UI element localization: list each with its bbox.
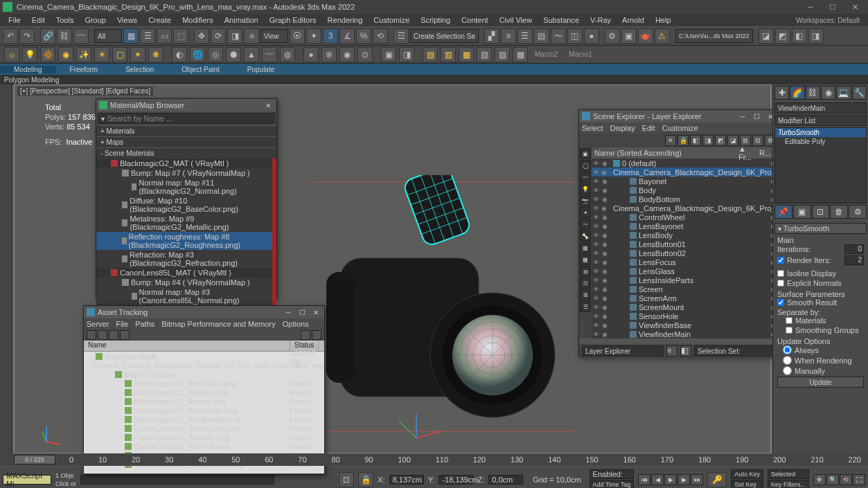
prev-frame-button[interactable]: ◀ (651, 474, 664, 485)
at-tool-refresh[interactable] (301, 330, 310, 340)
menu-arnold[interactable]: Arnold (617, 16, 650, 24)
render-iters-checkbox[interactable] (777, 257, 784, 264)
se-filter-d[interactable]: ⊡ (580, 278, 591, 289)
pivot-button[interactable]: ⦿ (290, 28, 305, 44)
se-filter-b[interactable]: ▩ (580, 254, 591, 265)
se-filter-cam[interactable]: 📷 (580, 195, 591, 206)
modifier-turbosmooth[interactable]: TurboSmooth (775, 128, 866, 137)
light-sky-button[interactable]: ✨ (76, 47, 91, 62)
modify-tab[interactable]: 🌈 (790, 86, 804, 100)
scene-tree-row[interactable]: 👁◉Cinema_Camera_Blackmagic_Design_6K_Pro… (592, 168, 779, 177)
light-extra1-button[interactable]: ✴ (130, 47, 145, 62)
light-sun-button[interactable]: ☀ (94, 47, 109, 62)
scene-tree-row[interactable]: 👁◉Body◉ (592, 186, 779, 195)
asset-row[interactable]: BlackmagicG2_Refraction.pngFound (84, 406, 324, 415)
prompt-field[interactable] (80, 475, 274, 485)
axis-gizmo[interactable] (42, 425, 63, 446)
explicit-checkbox[interactable] (777, 280, 784, 287)
move-button[interactable]: ✥ (194, 28, 209, 44)
render-button[interactable]: 🫖 (638, 28, 653, 44)
se-menu-edit[interactable]: Edit (642, 124, 655, 132)
scene-tree-row[interactable]: 👁◉LensGlass◉ (592, 266, 779, 275)
workspaces-dropdown[interactable]: Workspaces: Default (790, 17, 865, 24)
scene-tree-row[interactable]: 👁◉Bayonet◉ (592, 177, 779, 186)
at-tool-a[interactable] (87, 330, 96, 340)
update-rendering-radio[interactable] (783, 356, 792, 365)
key-mode-button[interactable]: 🔑 (707, 472, 727, 487)
asset-row[interactable]: CanonLens85L_Metallic.pngFound (84, 433, 324, 442)
at-tool-help[interactable] (312, 330, 321, 340)
se-filter-bone[interactable]: 🦴 (580, 231, 591, 242)
layer-explorer-dropdown[interactable]: Layer Explorer (582, 345, 664, 356)
tab-modeling[interactable]: Modeling (0, 66, 56, 73)
material-tree[interactable]: BlackmagicG2_MAT ( VRayMtl )Bump: Map #7… (96, 159, 276, 318)
scene-tree-row[interactable]: 👁◉ControlWheel◉ (592, 213, 779, 222)
goto-start-button[interactable]: ⏮ (638, 474, 650, 485)
scene-tree-row[interactable]: 👁◉ViewfinderMain◉ (592, 329, 779, 338)
stack-unique-button[interactable]: ⊡ (812, 205, 830, 219)
material-tree-item[interactable]: Normal map: Map #11 (BlackmagicG2_Normal… (96, 178, 276, 196)
stack-show-button[interactable]: ▣ (793, 205, 811, 219)
cam-b-button[interactable]: ◨ (399, 47, 414, 62)
create-tab[interactable]: ✚ (774, 86, 789, 100)
hierarchy-tab[interactable]: ⛓ (806, 86, 820, 100)
geom-d-button[interactable]: ⬢ (226, 47, 241, 62)
update-always-radio[interactable] (783, 345, 792, 354)
se-filter-shape[interactable]: 〰 (580, 172, 591, 183)
panel-max-button[interactable]: ☐ (751, 111, 762, 121)
menu-tools[interactable]: Tools (51, 16, 80, 24)
close-button[interactable]: ✕ (844, 1, 865, 13)
se-menu-select[interactable]: Select (582, 124, 603, 132)
autokey-button[interactable]: Auto Key (731, 469, 763, 479)
material-tree-item[interactable]: Refraction: Map #3 (BlackmagicG2_Refract… (96, 250, 276, 268)
helper-a-button[interactable]: ● (303, 47, 319, 62)
asset-row[interactable]: Autodesk VaultLogged Out ... (84, 352, 324, 361)
minimize-button[interactable]: ─ (800, 1, 821, 13)
at-menu-options[interactable]: Options (283, 320, 309, 328)
scene-tree-row[interactable]: 👁◉LensBody◉ (592, 231, 779, 240)
sep-materials-checkbox[interactable] (786, 317, 792, 324)
maximize-button[interactable]: ☐ (822, 1, 843, 13)
col-name[interactable]: Name (84, 341, 290, 351)
asset-row[interactable]: BlackmagicG2_Roughness.pngFound (84, 415, 324, 424)
iterations-spinner[interactable]: 0 (844, 244, 864, 254)
vray-f-button[interactable]: ▩ (513, 47, 528, 62)
scene-tree-row[interactable]: 👁◉LensInsideParts◉ (592, 275, 779, 284)
se-filter-geom[interactable]: ◯ (580, 160, 591, 171)
update-manually-radio[interactable] (783, 366, 792, 375)
se-filter-f[interactable]: ☰ (580, 301, 591, 312)
render-setup-button[interactable]: ⚙ (605, 28, 620, 44)
se-filter-c[interactable]: ◍ (580, 266, 591, 277)
scene-tree-row[interactable]: 👁◉Cinema_Camera_Blackmagic_Design_6K_Pro… (592, 204, 779, 213)
select-object-button[interactable]: ▦ (123, 28, 139, 44)
menu-customize[interactable]: Customize (368, 16, 415, 24)
stack-config-button[interactable]: ⚙ (849, 205, 867, 219)
y-field[interactable]: -18,139cm (439, 475, 473, 485)
tb-d-button[interactable]: ◨ (808, 28, 824, 44)
material-tree-item[interactable]: Reflection roughness: Map #8 (Blackmagic… (96, 232, 276, 250)
vray-a-button[interactable]: ▤ (423, 47, 438, 62)
enabled-field[interactable]: Enabled: (590, 469, 635, 479)
pan-button[interactable]: ✥ (813, 474, 826, 485)
viewport-label[interactable]: [+] [Perspective] [Standard] [Edged Face… (17, 87, 153, 96)
at-tool-d[interactable] (120, 330, 130, 340)
se-tool-search[interactable]: ✕ (665, 135, 676, 146)
scene-tree-row[interactable]: 👁◉SensorHole◉ (592, 311, 779, 320)
macro2-label[interactable]: Macro1 (565, 51, 596, 58)
col-frozen[interactable]: ▲ Fr... (738, 147, 759, 161)
key-filters-button[interactable]: Key Filters... (768, 480, 809, 488)
material-tree-item[interactable]: BlackmagicG2_MAT ( VRayMtl ) (96, 159, 276, 168)
update-button[interactable]: Update (777, 377, 864, 388)
at-menu-server[interactable]: Server (87, 320, 109, 328)
maps-category[interactable]: + Maps (96, 136, 276, 147)
mat-editor-button[interactable]: ● (584, 28, 599, 44)
rotate-button[interactable]: ⟳ (211, 28, 226, 44)
se-filter-helper[interactable]: ✦ (580, 207, 591, 218)
stack-remove-button[interactable]: 🗑 (830, 205, 848, 219)
light-area-button[interactable]: ▢ (112, 47, 127, 62)
asset-row[interactable]: CanonLens85L_BaseColor.pngFound (84, 424, 324, 433)
curve-editor-button[interactable]: 〜 (551, 28, 566, 44)
geom-a-button[interactable]: ◐ (172, 47, 187, 62)
scene-materials-category[interactable]: - Scene Materials (96, 147, 276, 159)
maximize-vp-button[interactable]: ⛶ (853, 474, 865, 485)
